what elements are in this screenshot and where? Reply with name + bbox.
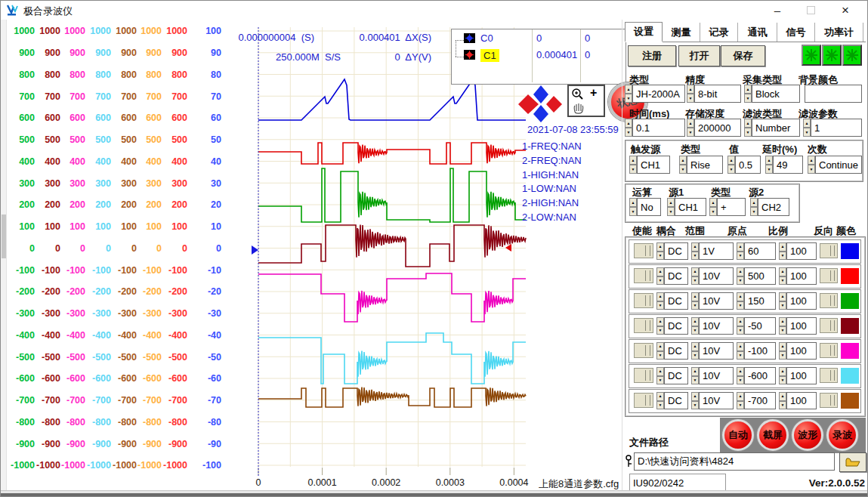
invert-toggle[interactable]: [820, 343, 838, 358]
zoom-in-icon[interactable]: [571, 88, 585, 101]
enable-toggle[interactable]: [634, 318, 653, 333]
scrollbar-thumb[interactable]: [2, 215, 6, 258]
channel-spinner[interactable]: ▲▼: [691, 317, 699, 335]
range-field[interactable]: 1V: [699, 242, 734, 260]
trigger-0-field[interactable]: CH1: [637, 156, 670, 174]
channel-color-swatch[interactable]: [841, 368, 859, 384]
trigger-4-spinner[interactable]: ▲▼: [808, 156, 815, 174]
channel-spinner[interactable]: ▲▼: [737, 292, 744, 310]
coupling-field[interactable]: DC: [664, 367, 688, 384]
coupling-field[interactable]: DC: [664, 317, 688, 335]
channel-spinner[interactable]: ▲▼: [656, 242, 664, 260]
invert-toggle[interactable]: [820, 243, 838, 258]
origin-field[interactable]: 500: [744, 267, 776, 285]
channel-spinner[interactable]: ▲▼: [656, 317, 664, 335]
channel-spinner[interactable]: ▲▼: [656, 267, 664, 285]
channel-spinner[interactable]: ▲▼: [779, 367, 786, 384]
led-indicator[interactable]: [822, 45, 842, 66]
record-button-自动[interactable]: 自动: [722, 419, 754, 451]
setting-row1-3-field[interactable]: [805, 85, 862, 103]
setting-row2-3-spinner[interactable]: ▲▼: [803, 119, 811, 137]
scale-field[interactable]: 100: [786, 242, 817, 260]
file-path-field[interactable]: D:\快速访问资料\4824: [634, 452, 835, 471]
invert-toggle[interactable]: [820, 293, 838, 308]
coupling-field[interactable]: DC: [664, 267, 688, 285]
invert-toggle[interactable]: [820, 368, 838, 383]
setting-row2-1-field[interactable]: 200000: [694, 119, 741, 137]
scale-field[interactable]: 100: [786, 317, 817, 335]
browse-folder-button[interactable]: [839, 452, 866, 472]
channel-color-swatch[interactable]: [841, 293, 859, 309]
channel-spinner[interactable]: ▲▼: [656, 342, 664, 360]
coupling-field[interactable]: DC: [664, 392, 688, 409]
close-button[interactable]: ×: [830, 1, 860, 20]
action-button-注册[interactable]: 注册: [628, 45, 676, 66]
setting-row2-1-spinner[interactable]: ▲▼: [687, 119, 694, 137]
channel-spinner[interactable]: ▲▼: [691, 367, 699, 384]
channel-spinner[interactable]: ▲▼: [656, 392, 664, 409]
led-indicator[interactable]: [842, 45, 862, 66]
channel-color-swatch[interactable]: [841, 243, 859, 259]
setting-row2-0-field[interactable]: 0.1: [632, 119, 685, 137]
channel-spinner[interactable]: ▲▼: [737, 392, 744, 409]
setting-row1-2-field[interactable]: Block: [752, 85, 800, 103]
tab-6[interactable]: 功率计: [815, 23, 863, 42]
trigger-1-field[interactable]: Rise: [687, 156, 723, 174]
maximize-button[interactable]: [795, 1, 826, 20]
math-3-field[interactable]: CH2: [758, 198, 789, 216]
channel-spinner[interactable]: ▲▼: [779, 392, 786, 409]
action-button-打开[interactable]: 打开: [678, 45, 720, 66]
trigger-3-spinner[interactable]: ▲▼: [765, 156, 773, 174]
setting-row1-2-spinner[interactable]: ▲▼: [744, 85, 752, 103]
left-scrollbar[interactable]: [1, 20, 7, 492]
enable-toggle[interactable]: [634, 293, 653, 308]
record-button-波形[interactable]: 波形: [792, 419, 823, 451]
channel-spinner[interactable]: ▲▼: [691, 267, 699, 285]
enable-toggle[interactable]: [634, 393, 653, 408]
channel-color-swatch[interactable]: [841, 343, 859, 359]
range-field[interactable]: 10V: [699, 267, 734, 285]
math-1-spinner[interactable]: ▲▼: [667, 198, 675, 216]
trigger-3-field[interactable]: 49: [773, 156, 803, 174]
tab-4[interactable]: 通讯: [738, 23, 777, 42]
trigger-0-spinner[interactable]: ▲▼: [629, 156, 637, 174]
channel-spinner[interactable]: ▲▼: [779, 342, 786, 360]
minimize-button[interactable]: –: [762, 1, 792, 20]
action-button-保存[interactable]: 保存: [721, 45, 765, 66]
setting-row2-2-field[interactable]: Number: [752, 119, 800, 137]
legend-marker-icon[interactable]: [464, 33, 475, 43]
channel-spinner[interactable]: ▲▼: [737, 317, 744, 335]
channel-spinner[interactable]: ▲▼: [737, 267, 744, 285]
trigger-2-spinner[interactable]: ▲▼: [727, 156, 735, 174]
channel-color-swatch[interactable]: [841, 268, 859, 284]
coupling-field[interactable]: DC: [664, 292, 688, 310]
tab-5[interactable]: 信号: [777, 23, 815, 42]
record-button-截屏[interactable]: 截屏: [757, 419, 789, 451]
invert-toggle[interactable]: [820, 318, 838, 333]
channel-spinner[interactable]: ▲▼: [779, 242, 786, 260]
legend-marker-icon[interactable]: [464, 50, 475, 60]
channel-spinner[interactable]: ▲▼: [779, 292, 786, 310]
range-field[interactable]: 10V: [699, 342, 734, 360]
scale-field[interactable]: 100: [786, 392, 817, 409]
math-0-field[interactable]: No: [637, 198, 661, 216]
device-id-field[interactable]: IU902/0242: [629, 474, 726, 492]
scale-field[interactable]: 100: [786, 292, 817, 310]
setting-row2-3-field[interactable]: 1: [811, 119, 862, 137]
coupling-field[interactable]: DC: [664, 242, 688, 260]
trigger-4-field[interactable]: Continue: [815, 156, 862, 174]
setting-row1-0-field[interactable]: JH-2000A: [632, 85, 685, 103]
setting-row2-0-spinner[interactable]: ▲▼: [625, 119, 632, 137]
channel-spinner[interactable]: ▲▼: [691, 292, 699, 310]
math-2-spinner[interactable]: ▲▼: [709, 198, 717, 216]
tab-3[interactable]: 记录: [700, 23, 738, 42]
channel-spinner[interactable]: ▲▼: [691, 342, 699, 360]
legend-channel-name[interactable]: C0: [480, 32, 493, 44]
channel-spinner[interactable]: ▲▼: [779, 317, 786, 335]
setting-row1-1-field[interactable]: 8-bit: [694, 85, 741, 103]
setting-row1-1-spinner[interactable]: ▲▼: [687, 85, 694, 103]
legend-channel-name[interactable]: C1: [480, 49, 499, 62]
setting-row1-0-spinner[interactable]: ▲▼: [625, 85, 632, 103]
range-field[interactable]: 10V: [699, 392, 734, 409]
invert-toggle[interactable]: [820, 393, 838, 408]
